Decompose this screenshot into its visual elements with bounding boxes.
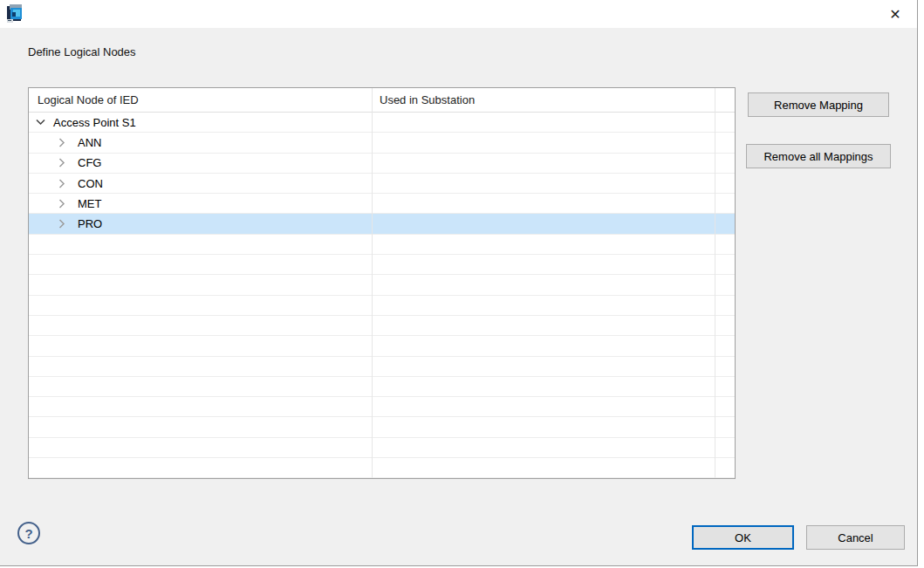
remove-mapping-button[interactable]: Remove Mapping: [748, 92, 889, 117]
tree-row[interactable]: MET: [29, 194, 735, 214]
chevron-right-icon[interactable]: [58, 179, 65, 188]
page-title: Define Logical Nodes: [28, 45, 136, 58]
table-header-row: Logical Node of IED Used in Substation: [29, 88, 735, 113]
tree-row-label: CFG: [78, 156, 101, 169]
table-rows: Access Point S1ANNCFGCONMETPRO: [29, 113, 735, 478]
title-bar[interactable]: ✕: [0, 0, 917, 28]
empty-row: [29, 275, 735, 295]
tree-row[interactable]: Access Point S1: [29, 113, 735, 133]
empty-row: [29, 296, 735, 316]
tree-row-label: ANN: [78, 136, 101, 149]
tree-row-label: Access Point S1: [53, 116, 136, 129]
empty-row: [29, 417, 735, 437]
logical-nodes-table: Logical Node of IED Used in Substation A…: [28, 87, 736, 479]
chevron-right-icon[interactable]: [58, 138, 65, 147]
empty-row: [29, 336, 735, 356]
dialog-window: ✕ Define Logical Nodes Logical Node of I…: [0, 0, 918, 566]
empty-row: [29, 235, 735, 255]
cancel-button[interactable]: Cancel: [806, 525, 905, 550]
empty-row: [29, 458, 735, 478]
column-divider: [372, 88, 373, 478]
empty-row: [29, 438, 735, 458]
empty-row: [29, 316, 735, 336]
column-divider: [715, 88, 715, 478]
chevron-right-icon[interactable]: [58, 219, 65, 229]
close-icon[interactable]: ✕: [882, 3, 908, 25]
column-header-logical-node[interactable]: Logical Node of IED: [38, 93, 139, 106]
tree-row-label: CON: [78, 177, 103, 190]
empty-row: [29, 255, 735, 275]
empty-row: [29, 397, 735, 417]
ok-button[interactable]: OK: [692, 525, 794, 550]
column-header-used-in-substation[interactable]: Used in Substation: [380, 93, 475, 106]
remove-all-mappings-button[interactable]: Remove all Mappings: [746, 144, 891, 168]
app-icon: [7, 4, 24, 23]
tree-row[interactable]: CFG: [29, 154, 735, 174]
tree-row-label: PRO: [78, 217, 102, 230]
empty-row: [29, 377, 735, 397]
tree-row-label: MET: [78, 197, 101, 210]
chevron-down-icon[interactable]: [36, 119, 45, 126]
tree-row[interactable]: PRO: [29, 214, 735, 234]
help-icon[interactable]: ?: [17, 522, 40, 544]
chevron-right-icon[interactable]: [58, 199, 65, 209]
tree-row[interactable]: CON: [29, 174, 735, 194]
tree-row[interactable]: ANN: [29, 133, 735, 153]
chevron-right-icon[interactable]: [58, 158, 65, 168]
empty-row: [29, 357, 735, 377]
